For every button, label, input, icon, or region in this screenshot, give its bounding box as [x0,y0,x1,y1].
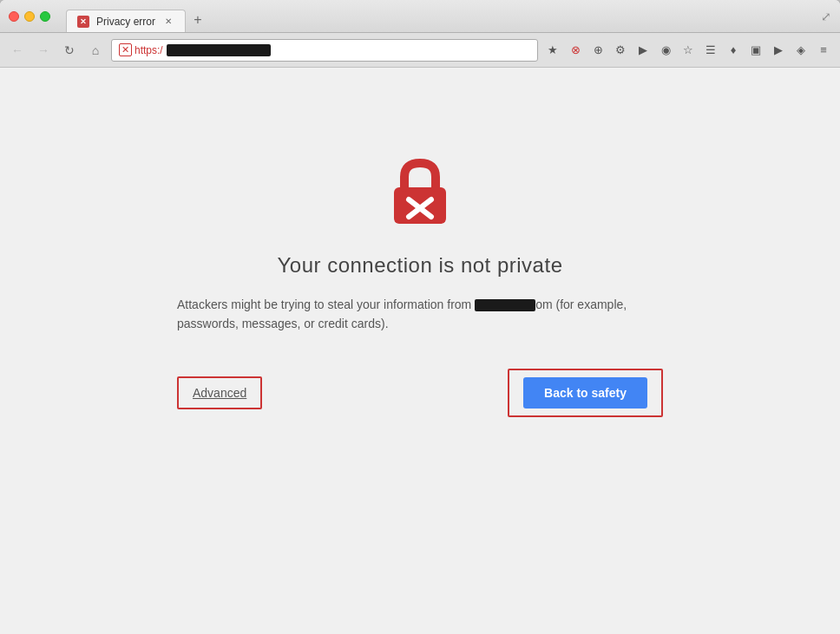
minimize-button[interactable] [24,11,35,22]
advanced-wrapper: Advanced [177,376,262,409]
extension-icon-5[interactable]: ☆ [679,41,698,60]
tab-area: ✕ Privacy error ✕ + [66,0,210,32]
error-description-before: Attackers might be trying to steal your … [177,297,471,311]
back-to-safety-button[interactable]: Back to safety [523,377,647,409]
maximize-button[interactable] [40,11,50,22]
url-redacted [167,44,271,56]
toolbar-icons: ★ ⊗ ⊕ ⚙ ▶ ◉ ☆ ☰ ♦ ▣ ▶ ◈ ≡ [543,41,833,60]
new-tab-button[interactable]: + [186,8,210,32]
home-button[interactable]: ⌂ [85,40,106,61]
extension-icon-4[interactable]: ◉ [656,41,675,60]
tab-title: Privacy error [96,16,155,28]
extension-icon-3[interactable]: ▶ [633,41,653,60]
url-protocol: https:/ [135,44,163,56]
extension-icon-7[interactable]: ♦ [724,41,743,60]
error-description: Attackers might be trying to steal your … [177,295,663,334]
forward-icon: → [37,43,49,57]
lock-icon-container [385,154,455,227]
error-heading: Your connection is not private [278,253,563,278]
active-tab[interactable]: ✕ Privacy error ✕ [66,10,186,32]
tab-favicon: ✕ [77,16,89,28]
back-button[interactable]: ← [7,40,28,61]
reload-button[interactable]: ↻ [59,40,80,61]
error-page-content: Your connection is not private Attackers… [0,68,840,634]
tab-close-button[interactable]: ✕ [162,16,174,28]
address-bar[interactable]: ✕ https:/ [111,39,538,62]
stop-icon[interactable]: ⊗ [566,41,585,60]
home-icon: ⌂ [92,43,99,57]
advanced-button[interactable]: Advanced [193,386,246,400]
back-to-safety-wrapper: Back to safety [508,369,663,417]
titlebar: ✕ Privacy error ✕ + ⤢ [0,0,840,33]
back-icon: ← [11,43,23,57]
extension-icon-2[interactable]: ⚙ [611,41,630,60]
domain-redacted [475,299,535,311]
bookmark-icon[interactable]: ★ [543,41,562,60]
security-x-icon: ✕ [119,43,132,56]
extension-icon-1[interactable]: ⊕ [588,41,607,60]
traffic-lights [9,11,50,22]
window-resize-icon: ⤢ [821,10,831,23]
extension-icon-10[interactable]: ◈ [791,41,810,60]
menu-button[interactable]: ≡ [814,41,833,60]
extension-icon-6[interactable]: ☰ [701,41,720,60]
extension-icon-8[interactable]: ▣ [746,41,765,60]
extension-icon-9[interactable]: ▶ [769,41,788,60]
reload-icon: ↻ [64,43,75,57]
close-button[interactable] [9,11,19,22]
browser-window: ✕ Privacy error ✕ + ⤢ ← → ↻ ⌂ ✕ https:/ [0,0,840,634]
lock-error-icon [385,154,455,224]
forward-button[interactable]: → [33,40,54,61]
security-indicator: ✕ https:/ [119,43,163,56]
buttons-area: Advanced Back to safety [177,369,663,417]
navbar: ← → ↻ ⌂ ✕ https:/ ★ ⊗ ⊕ ⚙ ▶ ◉ ☆ ☰ ♦ [0,33,840,68]
